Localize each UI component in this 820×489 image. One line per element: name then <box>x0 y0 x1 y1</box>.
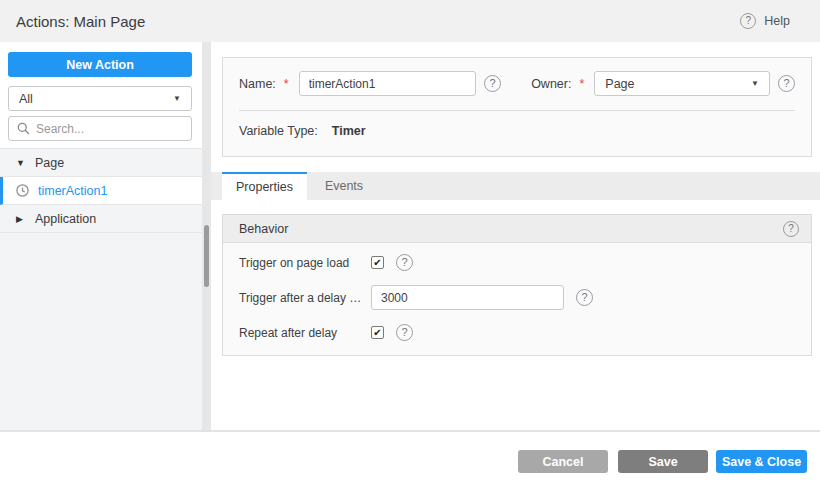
actions-tree: ▼ Page timerAction1 ▶ Application <box>0 148 202 430</box>
timer-clock-icon <box>16 184 29 197</box>
tab-label: Properties <box>236 180 293 194</box>
search-input[interactable] <box>36 122 183 136</box>
search-box <box>8 116 192 141</box>
behavior-panel-header: Behavior ? <box>223 215 811 243</box>
name-help-icon[interactable]: ? <box>484 75 501 92</box>
tree-item-label: timerAction1 <box>38 184 107 198</box>
sidebar-scrollbar[interactable] <box>202 42 211 430</box>
tab-strip: Properties Events <box>211 172 820 200</box>
owner-selected-value: Page <box>605 77 751 91</box>
page-title: Actions: Main Page <box>16 13 145 30</box>
search-icon <box>17 122 30 135</box>
expand-arrow-icon[interactable]: ▼ <box>16 158 26 168</box>
name-input[interactable] <box>299 71 476 96</box>
action-header-form: Name: * ? Owner: * Page ▼ ? Variable Typ… <box>222 57 812 157</box>
tree-item-label: Page <box>35 156 64 170</box>
trigger-on-page-load-row: Trigger on page load ✔ ? <box>239 254 795 271</box>
behavior-help-icon[interactable]: ? <box>783 221 799 237</box>
chevron-down-icon: ▼ <box>173 94 181 103</box>
tab-events[interactable]: Events <box>307 172 381 200</box>
trigger-on-page-load-checkbox[interactable]: ✔ <box>371 256 384 269</box>
owner-select[interactable]: Page ▼ <box>594 71 770 96</box>
actions-dialog: Actions: Main Page ? Help New Action All… <box>0 0 820 489</box>
filter-selected-value: All <box>19 92 173 106</box>
trigger-delay-input[interactable] <box>371 285 564 310</box>
save-and-close-button[interactable]: Save & Close <box>716 450 807 473</box>
tree-item-label: Application <box>35 212 96 226</box>
footer-bar: Cancel Save Save & Close <box>0 432 820 489</box>
main-panel: Name: * ? Owner: * Page ▼ ? Variable Typ… <box>211 42 820 430</box>
repeat-after-delay-help-icon[interactable]: ? <box>396 324 413 341</box>
tree-item-timer-action[interactable]: timerAction1 <box>0 177 202 205</box>
help-circle-icon: ? <box>740 13 756 29</box>
new-action-button[interactable]: New Action <box>8 52 192 77</box>
tree-item-page[interactable]: ▼ Page <box>0 149 202 177</box>
behavior-panel: Behavior ? Trigger on page load ✔ ? Trig… <box>222 214 812 356</box>
repeat-after-delay-checkbox[interactable]: ✔ <box>371 326 384 339</box>
trigger-on-page-load-label: Trigger on page load <box>239 256 371 270</box>
sidebar: New Action All ▼ ▼ Page <box>0 42 202 430</box>
tree-item-application[interactable]: ▶ Application <box>0 205 202 233</box>
variable-type-label: Variable Type: <box>239 124 318 138</box>
repeat-after-delay-row: Repeat after delay ✔ ? <box>239 324 795 341</box>
title-bar: Actions: Main Page ? Help <box>0 0 820 42</box>
behavior-panel-body: Trigger on page load ✔ ? Trigger after a… <box>223 243 811 341</box>
tab-label: Events <box>325 179 363 193</box>
trigger-delay-row: Trigger after a delay (millisec… ? <box>239 285 795 310</box>
chevron-down-icon: ▼ <box>751 79 759 88</box>
behavior-title: Behavior <box>239 222 288 236</box>
cancel-button[interactable]: Cancel <box>518 450 608 473</box>
scrollbar-thumb[interactable] <box>204 225 209 287</box>
tab-properties[interactable]: Properties <box>222 172 307 200</box>
required-asterisk: * <box>579 77 584 91</box>
name-label: Name: <box>239 77 276 91</box>
collapse-arrow-icon[interactable]: ▶ <box>16 214 26 224</box>
required-asterisk: * <box>284 77 289 91</box>
help-label: Help <box>764 14 790 28</box>
variable-type-value: Timer <box>332 124 366 138</box>
trigger-delay-help-icon[interactable]: ? <box>576 289 593 306</box>
repeat-after-delay-label: Repeat after delay <box>239 326 371 340</box>
trigger-on-page-load-help-icon[interactable]: ? <box>396 254 413 271</box>
owner-label: Owner: <box>531 77 571 91</box>
trigger-delay-label: Trigger after a delay (millisec… <box>239 291 371 305</box>
help-button[interactable]: ? Help <box>740 13 790 29</box>
filter-select[interactable]: All ▼ <box>8 86 192 111</box>
save-button[interactable]: Save <box>618 450 708 473</box>
owner-help-icon[interactable]: ? <box>778 75 795 92</box>
